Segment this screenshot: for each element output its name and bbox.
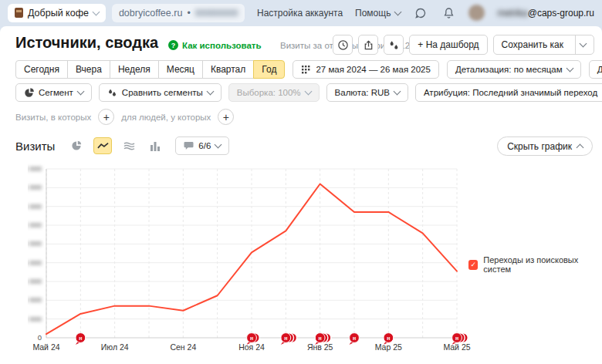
x-axis-label: Мар 25: [375, 342, 402, 352]
chart-section-header: Визиты 6/6: [15, 136, 229, 155]
chevron-up-icon: [577, 143, 584, 151]
chevron-down-icon: [76, 88, 84, 96]
sampling-select[interactable]: Выборка: 100%: [228, 83, 320, 102]
period-filter-row: СегодняВчераНеделяМесяцКварталГод 27 мая…: [15, 60, 602, 79]
compare-segments-button[interactable]: Сравнить сегменты: [99, 83, 222, 102]
comments-button[interactable]: 6/6: [175, 136, 229, 155]
account-email[interactable]: metrika @caps-group.ru: [497, 8, 594, 19]
project-domain: dobryicoffee.ru: [119, 8, 182, 19]
x-axis-label: Сен 24: [170, 342, 196, 352]
info-icon: ?: [168, 40, 178, 50]
chevron-down-icon: [304, 88, 312, 96]
calendar-grid-icon: [301, 65, 311, 75]
chart-type-columns-button[interactable]: [146, 137, 164, 154]
visits-in-which-label: Визиты, в которых: [15, 113, 91, 122]
project-favicon-icon: [15, 8, 23, 18]
metrica-page: Добрый кофе dobryicoffee.ru • 88888888 Н…: [0, 0, 602, 364]
header-controls: + На дашборд Сохранить как: [333, 35, 594, 55]
chevron-down-icon: [394, 8, 402, 15]
columns-chart-icon: [150, 141, 161, 151]
chart-legend: ✓ Переходы из поисковых систем: [468, 255, 602, 274]
top-bar: Добрый кофе dobryicoffee.ru • 88888888 Н…: [0, 0, 602, 25]
y-axis-label-redacted: 8 000: [28, 258, 42, 267]
y-axis-label-redacted: 10 000: [28, 239, 42, 248]
chat-icon[interactable]: [413, 5, 428, 21]
y-axis-label-redacted: 6 000: [28, 277, 42, 285]
period-button[interactable]: Сегодня: [15, 60, 68, 79]
project-selector[interactable]: Добрый кофе: [8, 4, 106, 22]
y-axis-label-redacted: 18 000: [28, 164, 42, 173]
y-axis-label-redacted: 14 000: [28, 202, 42, 211]
add-visit-condition-button[interactable]: +: [98, 109, 114, 125]
email-domain: @caps-group.ru: [528, 8, 594, 19]
chart-type-area-button[interactable]: [120, 137, 138, 154]
email-prefix-redacted: metrika: [497, 8, 527, 19]
how-to-use-link[interactable]: ? Как использовать: [168, 40, 262, 50]
detalization-select[interactable]: Детализация: по месяцам: [447, 60, 581, 79]
counter-info[interactable]: dobryicoffee.ru • 88888888: [112, 4, 245, 22]
segment-filter-row: Сегмент Сравнить сегменты Выборка: 100% …: [15, 83, 602, 102]
compare-drops-icon: [107, 88, 117, 98]
chevron-down-icon: [566, 65, 573, 72]
avatar[interactable]: [468, 5, 485, 21]
drops-icon: [388, 39, 400, 51]
chart-type-line-button[interactable]: [93, 137, 112, 154]
project-name: Добрый кофе: [28, 8, 89, 19]
currency-select[interactable]: Валюта: RUB: [326, 83, 408, 102]
annotation-letter: н: [250, 335, 253, 341]
period-button[interactable]: Неделя: [110, 60, 159, 79]
annotation-letter: н: [455, 335, 458, 341]
annotation-letter: н: [79, 335, 82, 341]
chevron-down-icon: [394, 88, 401, 96]
y-axis-label-redacted: 4 000: [28, 295, 42, 304]
stacked-area-icon: [123, 141, 135, 150]
segment-button[interactable]: Сегмент: [15, 83, 92, 102]
for-people-label: для людей, у которых: [121, 113, 211, 122]
export-icon: [363, 39, 374, 51]
clock-icon: [337, 39, 349, 51]
period-button[interactable]: Месяц: [158, 60, 203, 79]
help-menu[interactable]: Помощь: [355, 8, 401, 19]
history-button[interactable]: [333, 35, 353, 55]
period-button[interactable]: Квартал: [202, 60, 254, 79]
page-title: Источники, сводка: [15, 34, 158, 52]
y-axis-label-redacted: 16 000: [28, 183, 42, 191]
annotation-letter: н: [387, 335, 390, 341]
add-people-condition-button[interactable]: +: [218, 109, 234, 125]
date-range-button[interactable]: 27 мая 2024 — 26 мая 2025: [293, 60, 438, 79]
condition-filter-row: Визиты, в которых + для людей, у которых…: [15, 109, 234, 125]
x-axis-label: Ноя 24: [238, 342, 265, 352]
add-to-dashboard-button[interactable]: + На дашборд: [409, 35, 487, 55]
chevron-down-icon: [215, 141, 222, 149]
y-axis-label-redacted: 2 000: [28, 315, 42, 323]
line-chart-icon: [97, 141, 109, 150]
chevron-down-icon: [92, 8, 100, 15]
counter-id-redacted: 88888888: [195, 8, 238, 19]
visits-line-chart[interactable]: 2 0004 0006 0008 00010 00012 00014 00016…: [28, 159, 491, 361]
legend-checkbox[interactable]: ✓: [468, 260, 478, 270]
y-axis-zero-label: 0: [38, 333, 42, 342]
period-segmented-control: СегодняВчераНеделяМесяцКварталГод: [15, 60, 285, 79]
x-axis-label: Июл 24: [101, 342, 129, 352]
pie-chart-icon: [71, 140, 82, 151]
x-axis-label: Май 24: [32, 342, 59, 352]
annotation-letter: н: [284, 335, 287, 341]
chart-type-pie-button[interactable]: [67, 137, 86, 154]
goals-button[interactable]: [384, 35, 404, 55]
attribution-select[interactable]: Атрибуция: Последний значимый переход кд: [415, 83, 602, 102]
account-settings-link[interactable]: Настройка аккаунта: [257, 8, 343, 19]
bell-icon[interactable]: [441, 5, 456, 21]
period-button[interactable]: Вчера: [67, 60, 110, 79]
x-axis-label: Янв 25: [307, 342, 333, 352]
export-button[interactable]: [358, 35, 378, 55]
save-as-button[interactable]: Сохранить как: [493, 35, 594, 55]
period-button[interactable]: Год: [253, 60, 285, 79]
data-mode-select[interactable]: Данные: с роботами: [589, 60, 602, 79]
save-as-label: Сохранить как: [502, 39, 563, 50]
annotation-letter: н: [353, 335, 356, 341]
metric-title: Визиты: [15, 140, 55, 153]
pie-segment-icon: [24, 88, 34, 98]
hide-chart-button[interactable]: Скрыть график: [497, 136, 593, 156]
chevron-down-icon: [580, 40, 587, 48]
comments-count: 6/6: [198, 141, 211, 150]
